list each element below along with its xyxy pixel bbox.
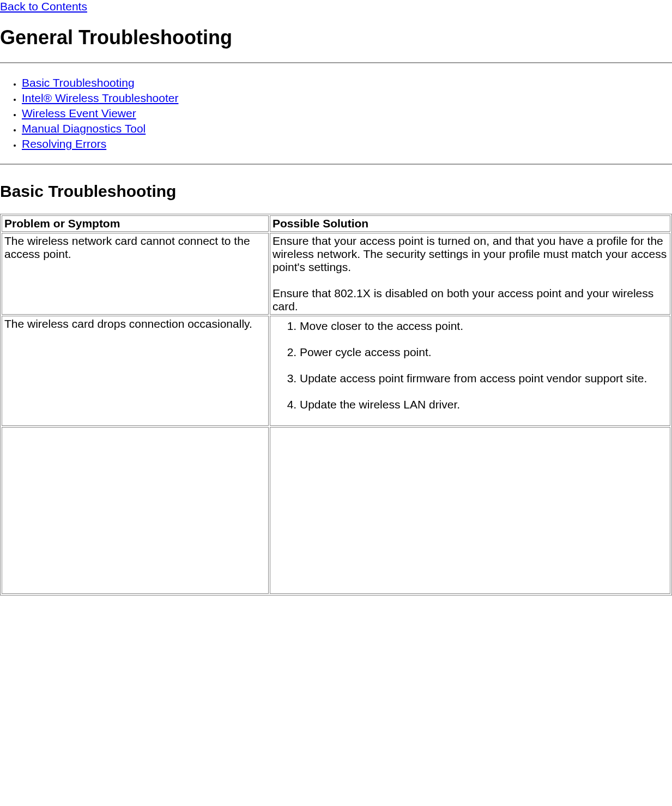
solution-step: Power cycle access point. bbox=[300, 346, 668, 359]
back-to-contents-link[interactable]: Back to Contents bbox=[0, 0, 87, 13]
problem-cell: The wireless network card cannot connect… bbox=[2, 233, 269, 315]
problem-cell: The wireless card drops connection occas… bbox=[2, 316, 269, 426]
nav-list: Basic Troubleshooting Intel® Wireless Tr… bbox=[22, 76, 672, 151]
page-title: General Troubleshooting bbox=[0, 26, 672, 49]
solution-steps-list: Move closer to the access point. Power c… bbox=[273, 320, 668, 411]
table-row bbox=[2, 427, 670, 594]
problem-cell-empty bbox=[2, 427, 269, 594]
solution-paragraph: Ensure that 802.1X is disabled on both y… bbox=[273, 287, 668, 313]
solution-step: Move closer to the access point. bbox=[300, 320, 668, 333]
divider-top bbox=[0, 62, 672, 63]
table-header-problem: Problem or Symptom bbox=[2, 215, 269, 232]
nav-link-manual-diagnostics-tool[interactable]: Manual Diagnostics Tool bbox=[22, 122, 146, 135]
solution-step: Update access point firmware from access… bbox=[300, 372, 668, 385]
nav-link-resolving-errors[interactable]: Resolving Errors bbox=[22, 137, 106, 150]
nav-item: Wireless Event Viewer bbox=[22, 107, 672, 120]
solution-cell-empty bbox=[270, 427, 670, 594]
nav-link-wireless-event-viewer[interactable]: Wireless Event Viewer bbox=[22, 107, 136, 119]
solution-paragraph: Ensure that your access point is turned … bbox=[273, 234, 668, 274]
solution-step: Update the wireless LAN driver. bbox=[300, 398, 668, 411]
nav-item: Basic Troubleshooting bbox=[22, 76, 672, 89]
solution-cell: Ensure that your access point is turned … bbox=[270, 233, 670, 315]
divider-bottom bbox=[0, 164, 672, 165]
solution-cell: Move closer to the access point. Power c… bbox=[270, 316, 670, 426]
nav-item: Intel® Wireless Troubleshooter bbox=[22, 92, 672, 105]
table-row: The wireless card drops connection occas… bbox=[2, 316, 670, 426]
nav-item: Resolving Errors bbox=[22, 137, 672, 151]
table-header-solution: Possible Solution bbox=[270, 215, 670, 232]
nav-item: Manual Diagnostics Tool bbox=[22, 122, 672, 135]
table-row: The wireless network card cannot connect… bbox=[2, 233, 670, 315]
section-heading: Basic Troubleshooting bbox=[0, 182, 672, 201]
troubleshooting-table: Problem or Symptom Possible Solution The… bbox=[0, 214, 672, 596]
nav-link-basic-troubleshooting[interactable]: Basic Troubleshooting bbox=[22, 76, 135, 89]
nav-link-intel-wireless-troubleshooter[interactable]: Intel® Wireless Troubleshooter bbox=[22, 92, 178, 104]
